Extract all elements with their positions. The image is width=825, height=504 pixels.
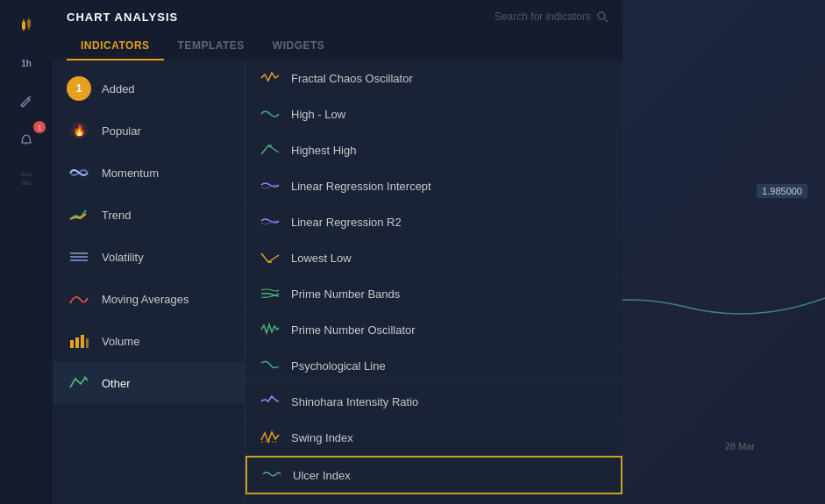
psychological-line-icon — [260, 357, 281, 374]
timeframe-button[interactable]: 1h — [11, 47, 42, 79]
category-volume[interactable]: Volume — [53, 320, 245, 362]
date-label-right: 28 Mar — [725, 441, 755, 451]
main-panel: CHART ANALYSIS Search for indicators IND… — [53, 0, 622, 504]
category-trend-label: Trend — [102, 209, 131, 222]
lowest-low-icon — [260, 249, 281, 266]
moving-averages-icon — [67, 287, 91, 311]
ulcer-index-label: Ulcer Index — [293, 469, 351, 482]
category-added[interactable]: 1 Added — [53, 67, 245, 110]
svg-rect-41 — [81, 335, 84, 348]
indicator-ulcer-index[interactable]: Ulcer Index — [245, 456, 622, 494]
category-other-label: Other — [102, 377, 131, 390]
linear-reg-r2-label: Linear Regression R2 — [291, 216, 402, 229]
tab-bar: INDICATORS TEMPLATES WIDGETS — [67, 32, 608, 60]
high-low-label: High - Low — [291, 108, 345, 121]
tab-widgets[interactable]: WIDGETS — [259, 32, 339, 60]
category-popular[interactable]: 🔥 Popular — [53, 110, 245, 152]
popular-icon: 🔥 — [67, 118, 91, 143]
svg-rect-24 — [22, 22, 25, 29]
left-sidebar: 1h 1 askbid — [0, 0, 53, 504]
question-icon-area: askbid — [21, 170, 32, 188]
other-icon — [67, 371, 91, 395]
category-moving-averages[interactable]: Moving Averages — [53, 278, 245, 320]
prime-number-osc-icon — [260, 321, 281, 338]
fractal-chaos-osc-label: Fractal Chaos Oscillator — [291, 72, 413, 85]
category-moving-averages-label: Moving Averages — [102, 293, 189, 306]
psychological-line-label: Psychological Line — [291, 359, 386, 373]
prime-number-osc-label: Prime Number Oscillator — [291, 323, 416, 337]
added-icon: 1 — [67, 76, 91, 101]
svg-line-30 — [28, 96, 31, 98]
indicator-highest-high[interactable]: Highest High — [245, 132, 622, 168]
linear-reg-intercept-label: Linear Regression Intercept — [291, 180, 431, 193]
linear-reg-intercept-icon — [260, 177, 281, 195]
highest-high-icon — [260, 141, 281, 159]
category-popular-label: Popular — [102, 124, 141, 138]
volatility-icon — [67, 245, 91, 269]
candlestick-icon[interactable] — [11, 9, 42, 40]
fractal-chaos-osc-icon — [260, 69, 281, 87]
category-volume-label: Volume — [102, 335, 139, 348]
svg-point-32 — [598, 12, 605, 19]
category-momentum-label: Momentum — [102, 167, 159, 180]
category-volatility-label: Volatility — [102, 251, 144, 264]
category-trend[interactable]: Trend — [53, 194, 245, 236]
high-low-icon — [260, 105, 281, 123]
category-volatility[interactable]: Volatility — [53, 236, 245, 278]
category-other[interactable]: Other — [53, 362, 245, 404]
alert-badge: 1 — [33, 121, 46, 133]
category-momentum[interactable]: Momentum — [53, 152, 245, 194]
indicator-prime-number-osc[interactable]: Prime Number Oscillator — [245, 312, 622, 348]
tab-templates[interactable]: TEMPLATES — [164, 32, 259, 60]
categories-list: 1 Added 🔥 Popular Momentum — [53, 60, 245, 503]
indicator-fractal-chaos-osc[interactable]: Fractal Chaos Oscillator — [245, 60, 622, 96]
tab-indicators[interactable]: INDICATORS — [67, 32, 164, 60]
svg-rect-27 — [27, 20, 31, 27]
volume-icon — [67, 329, 91, 353]
shinohara-icon — [260, 393, 281, 410]
prime-number-bands-label: Prime Number Bands — [291, 287, 400, 301]
search-bar[interactable]: Search for indicators — [494, 11, 608, 23]
swing-index-icon — [260, 429, 281, 446]
indicator-linear-reg-intercept[interactable]: Linear Regression Intercept — [245, 168, 622, 204]
indicator-shinohara[interactable]: Shinohara Intensity Ratio — [245, 384, 622, 420]
category-added-label: Added — [102, 82, 135, 96]
price-label: 1.985000 — [757, 184, 807, 198]
search-icon — [596, 11, 608, 23]
svg-rect-40 — [75, 337, 79, 348]
alert-icon[interactable]: 1 — [11, 124, 42, 156]
trend-icon — [67, 202, 91, 227]
swing-index-label: Swing Index — [291, 431, 353, 444]
ulcer-index-icon — [261, 466, 282, 484]
prime-number-bands-icon — [260, 285, 281, 302]
indicator-psychological-line[interactable]: Psychological Line — [245, 348, 622, 384]
svg-line-33 — [605, 19, 608, 23]
momentum-icon — [67, 160, 91, 185]
content-area: 1 Added 🔥 Popular Momentum — [53, 60, 622, 503]
panel-header: CHART ANALYSIS Search for indicators IND… — [53, 0, 622, 60]
indicator-swing-index[interactable]: Swing Index — [245, 420, 622, 456]
highest-high-label: Highest High — [291, 144, 356, 157]
search-placeholder: Search for indicators — [494, 11, 591, 23]
lowest-low-label: Lowest Low — [291, 252, 352, 265]
svg-text:🔥: 🔥 — [73, 124, 86, 137]
svg-rect-39 — [70, 340, 74, 348]
linear-reg-r2-icon — [260, 213, 281, 231]
indicators-list: Fractal Chaos Oscillator High - Low — [245, 60, 622, 503]
shinohara-label: Shinohara Intensity Ratio — [291, 395, 418, 408]
indicator-lowest-low[interactable]: Lowest Low — [245, 240, 622, 276]
indicator-high-low[interactable]: High - Low — [245, 96, 622, 132]
indicator-linear-reg-r2[interactable]: Linear Regression R2 — [245, 204, 622, 240]
indicator-prime-number-bands[interactable]: Prime Number Bands — [245, 276, 622, 312]
draw-tool-icon[interactable] — [11, 86, 42, 117]
svg-rect-42 — [86, 338, 89, 348]
